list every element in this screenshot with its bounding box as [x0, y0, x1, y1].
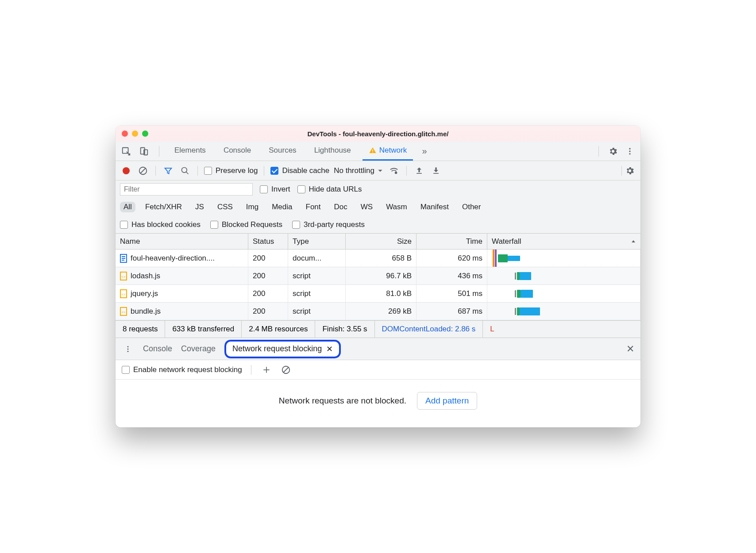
add-pattern-button[interactable]: Add pattern [417, 392, 477, 410]
network-table-header: Name Status Type Size Time Waterfall [116, 234, 640, 250]
drawer-tab-network-request-blocking[interactable]: Network request blocking ✕ [224, 340, 341, 358]
minimize-window-button[interactable] [132, 131, 138, 137]
tab-elements[interactable]: Elements [168, 142, 212, 161]
waterfall-cell [487, 267, 640, 284]
chevron-down-icon [377, 168, 383, 174]
sort-ascending-icon [631, 239, 636, 244]
drawer-menu-icon[interactable] [122, 343, 134, 355]
svg-text:<>: <> [121, 292, 126, 296]
table-row[interactable]: <> bundle.js 200 script 269 kB 687 ms [116, 303, 640, 320]
blocked-cookies-checkbox[interactable]: Has blocked cookies [120, 220, 201, 229]
chip-js[interactable]: JS [192, 202, 208, 212]
chip-font[interactable]: Font [302, 202, 324, 212]
table-row[interactable]: <> lodash.js 200 script 96.7 kB 436 ms [116, 267, 640, 285]
network-settings-icon[interactable] [624, 165, 636, 177]
svg-point-26 [127, 348, 129, 349]
drawer-tab-coverage[interactable]: Coverage [181, 344, 216, 353]
summary-load: L [483, 321, 501, 338]
request-name: lodash.js [131, 272, 160, 280]
waterfall-cell [487, 250, 640, 267]
chip-media[interactable]: Media [268, 202, 296, 212]
filter-icon[interactable] [162, 165, 174, 177]
column-size[interactable]: Size [346, 234, 417, 249]
main-tabs-row: Elements Console Sources Lighthouse Netw… [116, 142, 640, 161]
upload-har-icon[interactable] [413, 165, 425, 177]
chip-fetchxhr[interactable]: Fetch/XHR [142, 202, 185, 212]
chip-all[interactable]: All [120, 202, 135, 212]
filter-input[interactable] [120, 183, 253, 196]
chip-manifest[interactable]: Manifest [417, 202, 452, 212]
throttling-select[interactable]: No throttling [334, 166, 383, 175]
summary-dcl: DOMContentLoaded: 2.86 s [375, 321, 483, 338]
blocked-requests-checkbox[interactable]: Blocked Requests [210, 220, 282, 229]
invert-checkbox[interactable]: Invert [260, 185, 290, 194]
svg-line-11 [186, 172, 189, 174]
enable-blocking-checkbox[interactable]: Enable network request blocking [122, 365, 242, 374]
filter-row: Invert Hide data URLs [116, 180, 640, 198]
network-toolbar: Preserve log Disable cache No throttling [116, 161, 640, 180]
drawer-tab-console[interactable]: Console [143, 344, 172, 353]
summary-transferred: 633 kB transferred [165, 321, 242, 338]
search-icon[interactable] [179, 165, 191, 177]
column-type[interactable]: Type [288, 234, 346, 249]
kebab-menu-icon[interactable] [624, 145, 636, 157]
preserve-log-checkbox[interactable]: Preserve log [204, 166, 258, 175]
chip-doc[interactable]: Doc [331, 202, 351, 212]
svg-point-12 [395, 171, 397, 174]
svg-rect-3 [372, 150, 373, 152]
device-toolbar-icon[interactable] [138, 145, 150, 157]
chip-css[interactable]: CSS [214, 202, 236, 212]
table-row[interactable]: foul-heavenly-direction.... 200 docum...… [116, 250, 640, 267]
svg-point-27 [127, 350, 129, 352]
close-drawer-icon[interactable]: ✕ [626, 343, 634, 355]
warning-icon [369, 146, 377, 154]
chip-wasm[interactable]: Wasm [382, 202, 411, 212]
close-window-button[interactable] [122, 131, 128, 137]
network-table-body: foul-heavenly-direction.... 200 docum...… [116, 250, 640, 320]
inspect-element-icon[interactable] [120, 145, 132, 157]
request-name: jquery.js [131, 289, 158, 298]
chip-ws[interactable]: WS [357, 202, 376, 212]
svg-point-25 [127, 346, 129, 347]
document-icon [120, 254, 127, 263]
tab-network[interactable]: Network [363, 142, 413, 161]
table-row[interactable]: <> jquery.js 200 script 81.0 kB 501 ms [116, 285, 640, 303]
drawer-tabs: Console Coverage Network request blockin… [116, 338, 640, 360]
tab-sources[interactable]: Sources [262, 142, 302, 161]
record-button[interactable] [120, 165, 132, 177]
close-tab-icon[interactable]: ✕ [326, 344, 333, 354]
more-tabs-icon[interactable]: » [418, 145, 431, 157]
svg-point-6 [629, 150, 630, 152]
svg-rect-14 [433, 173, 439, 174]
network-conditions-icon[interactable] [388, 165, 400, 177]
type-filter-row: All Fetch/XHR JS CSS Img Media Font Doc … [116, 198, 640, 216]
tab-lighthouse[interactable]: Lighthouse [308, 142, 357, 161]
third-party-checkbox[interactable]: 3rd-party requests [292, 220, 365, 229]
svg-rect-13 [417, 173, 422, 174]
tab-console[interactable]: Console [217, 142, 257, 161]
settings-icon[interactable] [607, 145, 619, 157]
network-summary: 8 requests 633 kB transferred 2.4 MB res… [116, 320, 640, 338]
column-name[interactable]: Name [116, 234, 248, 249]
request-name: foul-heavenly-direction.... [131, 254, 215, 263]
summary-finish: Finish: 3.55 s [315, 321, 374, 338]
script-icon: <> [120, 289, 127, 298]
chip-img[interactable]: Img [243, 202, 262, 212]
disable-cache-checkbox[interactable]: Disable cache [270, 166, 329, 175]
svg-text:<>: <> [121, 275, 126, 279]
clear-icon[interactable] [137, 165, 149, 177]
extra-filters-row: Has blocked cookies Blocked Requests 3rd… [116, 216, 640, 234]
window-title: DevTools - foul-heavenly-direction.glitc… [116, 130, 640, 138]
titlebar: DevTools - foul-heavenly-direction.glitc… [116, 126, 640, 142]
column-time[interactable]: Time [417, 234, 487, 249]
column-status[interactable]: Status [248, 234, 288, 249]
remove-all-patterns-icon[interactable] [280, 364, 292, 376]
chip-other[interactable]: Other [459, 202, 485, 212]
svg-text:<>: <> [121, 310, 126, 314]
svg-rect-4 [372, 152, 373, 153]
fullscreen-window-button[interactable] [142, 131, 148, 137]
download-har-icon[interactable] [430, 165, 442, 177]
column-waterfall[interactable]: Waterfall [487, 234, 640, 249]
hide-data-urls-checkbox[interactable]: Hide data URLs [297, 185, 362, 194]
add-pattern-icon[interactable] [260, 364, 273, 376]
